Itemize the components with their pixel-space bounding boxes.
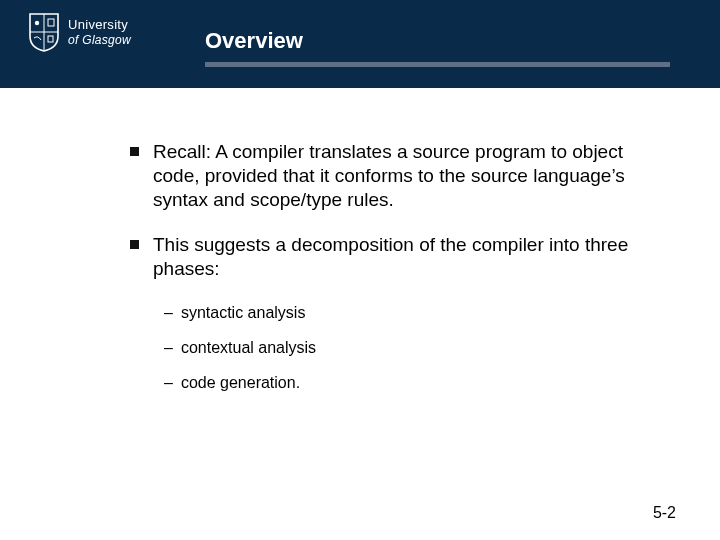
bullet-square-icon (130, 240, 139, 249)
title-wrap: Overview (205, 28, 680, 67)
sub-bullet-text: contextual analysis (181, 338, 316, 357)
bullet-item: Recall: A compiler translates a source p… (130, 140, 650, 211)
page-number: 5-2 (653, 504, 676, 522)
svg-rect-3 (48, 19, 54, 26)
slide-content: Recall: A compiler translates a source p… (130, 140, 650, 408)
sub-bullet-item: – syntactic analysis (164, 303, 650, 322)
slide-header: University of Glasgow Overview (0, 0, 720, 88)
dash-icon: – (164, 338, 173, 357)
bullet-text: Recall: A compiler translates a source p… (153, 140, 650, 211)
university-logo: University of Glasgow (28, 12, 131, 52)
sub-bullet-item: – code generation. (164, 373, 650, 392)
title-underline (205, 62, 670, 67)
bullet-item: This suggests a decomposition of the com… (130, 233, 650, 281)
bullet-text: This suggests a decomposition of the com… (153, 233, 650, 281)
dash-icon: – (164, 303, 173, 322)
dash-icon: – (164, 373, 173, 392)
logo-line2: of Glasgow (68, 34, 131, 46)
sub-bullet-text: syntactic analysis (181, 303, 306, 322)
slide-title: Overview (205, 28, 680, 60)
sub-bullet-item: – contextual analysis (164, 338, 650, 357)
logo-line1: University (68, 18, 131, 31)
svg-point-2 (35, 21, 39, 25)
bullet-square-icon (130, 147, 139, 156)
crest-icon (28, 12, 60, 52)
sub-bullet-text: code generation. (181, 373, 300, 392)
logo-text: University of Glasgow (68, 18, 131, 46)
svg-rect-4 (48, 36, 53, 42)
sub-bullet-list: – syntactic analysis – contextual analys… (164, 303, 650, 393)
